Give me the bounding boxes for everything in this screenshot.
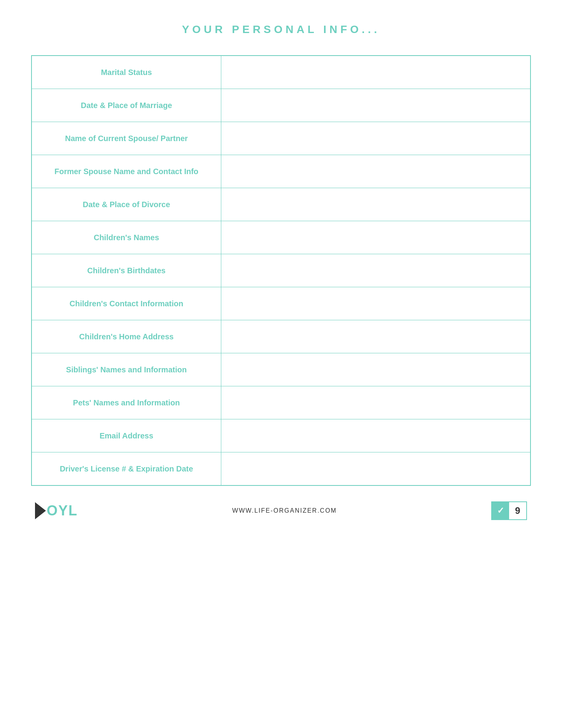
- row-label-cell: Email Address: [32, 419, 221, 452]
- page-title: YOUR PERSONAL INFO...: [31, 23, 531, 36]
- row-label: Date & Place of Marriage: [81, 101, 172, 110]
- row-value-cell: [221, 188, 530, 221]
- row-label-cell: Date & Place of Marriage: [32, 89, 221, 122]
- table-row: Marital Status: [32, 56, 530, 89]
- row-label-cell: Children's Birthdates: [32, 254, 221, 287]
- row-label: Date & Place of Divorce: [83, 200, 170, 209]
- row-label: Siblings' Names and Information: [66, 365, 187, 374]
- table-row: Name of Current Spouse/ Partner: [32, 122, 530, 155]
- row-label: Email Address: [100, 431, 153, 440]
- footer-url: WWW.LIFE-ORGANIZER.COM: [232, 507, 337, 514]
- table-row: Date & Place of Marriage: [32, 89, 530, 122]
- table-row: Former Spouse Name and Contact Info: [32, 155, 530, 188]
- row-label-cell: Name of Current Spouse/ Partner: [32, 122, 221, 155]
- row-label: Children's Contact Information: [70, 299, 184, 308]
- row-label-cell: Siblings' Names and Information: [32, 353, 221, 386]
- row-label-cell: Children's Names: [32, 221, 221, 254]
- row-label-cell: Pets' Names and Information: [32, 386, 221, 419]
- row-value-cell: [221, 386, 530, 419]
- row-value-cell: [221, 320, 530, 353]
- row-value-cell: [221, 254, 530, 287]
- row-value-cell: [221, 287, 530, 320]
- logo: OYL: [35, 502, 78, 519]
- logo-text: OYL: [47, 503, 78, 519]
- row-label: Name of Current Spouse/ Partner: [65, 134, 188, 143]
- row-value-cell: [221, 155, 530, 188]
- page: YOUR PERSONAL INFO... Marital StatusDate…: [0, 0, 562, 728]
- page-badge: ✓ 9: [491, 501, 527, 520]
- row-label-cell: Marital Status: [32, 56, 221, 89]
- row-label: Former Spouse Name and Contact Info: [54, 167, 198, 176]
- row-value-cell: [221, 353, 530, 386]
- info-table: Marital StatusDate & Place of MarriageNa…: [31, 55, 531, 486]
- row-label: Pets' Names and Information: [73, 398, 180, 407]
- row-label: Children's Home Address: [79, 332, 174, 341]
- table-row: Pets' Names and Information: [32, 386, 530, 419]
- table-row: Children's Birthdates: [32, 254, 530, 287]
- table-row: Email Address: [32, 419, 530, 452]
- row-label-cell: Driver's License # & Expiration Date: [32, 452, 221, 486]
- table-row: Children's Contact Information: [32, 287, 530, 320]
- logo-arrow-icon: [35, 502, 46, 519]
- table-row: Driver's License # & Expiration Date: [32, 452, 530, 486]
- row-label-cell: Date & Place of Divorce: [32, 188, 221, 221]
- table-row: Date & Place of Divorce: [32, 188, 530, 221]
- footer: OYL WWW.LIFE-ORGANIZER.COM ✓ 9: [31, 501, 531, 520]
- table-row: Children's Names: [32, 221, 530, 254]
- row-label: Children's Names: [94, 233, 159, 242]
- row-label-cell: Children's Home Address: [32, 320, 221, 353]
- row-value-cell: [221, 122, 530, 155]
- table-row: Siblings' Names and Information: [32, 353, 530, 386]
- row-label: Driver's License # & Expiration Date: [60, 464, 193, 473]
- row-label-cell: Former Spouse Name and Contact Info: [32, 155, 221, 188]
- row-value-cell: [221, 56, 530, 89]
- row-label: Children's Birthdates: [87, 266, 165, 275]
- table-row: Children's Home Address: [32, 320, 530, 353]
- row-label: Marital Status: [101, 68, 152, 77]
- row-value-cell: [221, 419, 530, 452]
- row-label-cell: Children's Contact Information: [32, 287, 221, 320]
- page-number: 9: [509, 502, 526, 519]
- row-value-cell: [221, 452, 530, 486]
- row-value-cell: [221, 221, 530, 254]
- row-value-cell: [221, 89, 530, 122]
- badge-check-icon: ✓: [492, 502, 509, 519]
